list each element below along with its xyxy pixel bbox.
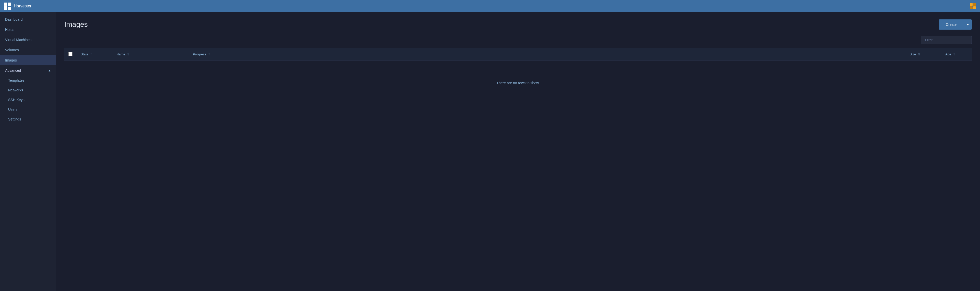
sidebar-item-advanced[interactable]: Advanced ▲ [0,65,56,76]
header-actions: Create ▾ [939,19,972,30]
sidebar-item-label: Images [5,58,17,62]
col-header-name[interactable]: Name ⇅ [112,48,189,60]
sort-icon-state: ⇅ [90,53,93,56]
create-dropdown-button[interactable]: ▾ [964,19,972,30]
chevron-up-icon: ▲ [48,69,51,72]
col-header-progress[interactable]: Progress ⇅ [189,48,905,60]
col-header-size[interactable]: Size ⇅ [905,48,941,60]
header-right-area [970,3,976,9]
sidebar-item-ssh-keys[interactable]: SSH Keys [0,95,56,105]
main-layout: Dashboard Hosts Virtual Machines Volumes… [0,12,980,291]
svg-rect-1 [8,3,11,6]
col-progress-label: Progress [193,52,206,56]
sidebar-sub-item-label: Networks [8,88,23,92]
chevron-down-icon: ▾ [967,22,969,27]
table-header: State ⇅ Name ⇅ Progress ⇅ Size ⇅ [64,48,972,60]
col-size-label: Size [910,52,916,56]
sidebar-sub-item-label: Users [8,108,18,111]
col-name-label: Name [116,52,125,56]
filter-row [64,36,972,44]
col-header-state[interactable]: State ⇅ [76,48,112,60]
sidebar-item-label: Hosts [5,27,14,32]
sidebar-sub-item-label: Settings [8,117,21,121]
sidebar-sub-item-label: SSH Keys [8,98,24,102]
sidebar-item-images[interactable]: Images [0,55,56,65]
select-all-checkbox[interactable] [68,52,73,56]
svg-rect-3 [4,6,7,10]
notification-icon[interactable] [970,3,976,9]
main-content: Images Create ▾ State ⇅ [56,12,980,291]
sidebar-sub-item-label: Templates [8,78,24,83]
svg-rect-2 [8,6,11,10]
sort-icon-name: ⇅ [127,53,129,56]
sidebar-item-networks[interactable]: Networks [0,85,56,95]
top-header: Harvester [0,0,980,12]
sort-icon-size: ⇅ [918,53,920,56]
app-title: Harvester [14,4,32,8]
sidebar-item-dashboard[interactable]: Dashboard [0,14,56,24]
page-header: Images Create ▾ [64,19,972,30]
sidebar-item-templates[interactable]: Templates [0,76,56,85]
header-row: State ⇅ Name ⇅ Progress ⇅ Size ⇅ [64,48,972,60]
create-button[interactable]: Create [939,19,964,30]
sidebar: Dashboard Hosts Virtual Machines Volumes… [0,12,56,291]
col-header-age[interactable]: Age ⇅ [941,48,972,60]
empty-state-message: There are no rows to show. [64,60,972,106]
select-all-column [64,48,76,60]
sidebar-item-virtual-machines[interactable]: Virtual Machines [0,35,56,45]
data-table: State ⇅ Name ⇅ Progress ⇅ Size ⇅ [64,48,972,105]
sidebar-item-hosts[interactable]: Hosts [0,24,56,35]
empty-state-row: There are no rows to show. [64,60,972,106]
sidebar-item-label: Dashboard [5,17,23,21]
sidebar-item-label: Advanced [5,68,21,73]
col-state-label: State [81,52,88,56]
harvester-logo-icon [4,3,11,10]
sort-icon-progress: ⇅ [208,53,210,56]
col-age-label: Age [945,52,951,56]
sidebar-item-settings[interactable]: Settings [0,114,56,124]
page-title: Images [64,21,88,29]
sidebar-item-label: Volumes [5,48,19,52]
sidebar-item-label: Virtual Machines [5,38,32,42]
sidebar-item-users[interactable]: Users [0,105,56,114]
filter-input[interactable] [921,36,972,44]
sort-icon-age: ⇅ [953,53,956,56]
table-body: There are no rows to show. [64,60,972,106]
sidebar-item-volumes[interactable]: Volumes [0,45,56,55]
svg-rect-0 [4,3,7,6]
header-logo: Harvester [4,3,32,10]
